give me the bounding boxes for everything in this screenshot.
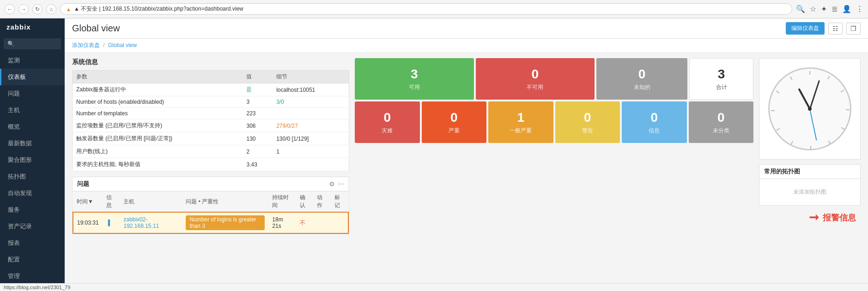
col-detail: 细节 — [273, 71, 349, 83]
table-row: 监控项数量 (已启用/已禁用/不支持)306279/0/27 — [73, 119, 349, 132]
status-grid-top: 3可用0不可用0未知的3合计 — [355, 58, 753, 100]
problems-section: 问题 ⚙ ⋯ 时间▼信息主机问题 • 严重性持续时间确认动作标记 19:03:3… — [72, 177, 349, 234]
status-cell-top-2[interactable]: 0未知的 — [596, 58, 687, 100]
status-url: https://blog.csdn.net/2301_79 — [4, 285, 70, 290]
sidebar-item-discovery[interactable]: 自动发现 — [0, 185, 65, 202]
content-area: 系统信息 参数 值 细节 Zabbix服务器运行中是localhost:1005… — [65, 53, 868, 240]
status-cell-bottom-0[interactable]: 0灾难 — [355, 101, 420, 143]
table-row: 用户数(线上)21 — [73, 145, 349, 158]
table-row: 要求的主机性能, 每秒新值3.43 — [73, 158, 349, 171]
status-cell-top-1[interactable]: 0不可用 — [476, 58, 595, 100]
star-icon[interactable]: ☆ — [810, 5, 816, 13]
main-content: Global view 编辑仪表盘 ☷ ❐ 添加仪表盘 / Global vie… — [65, 18, 868, 291]
list-view-button[interactable]: ☷ — [828, 23, 843, 35]
system-info-table: 参数 值 细节 Zabbix服务器运行中是localhost:10051Numb… — [72, 70, 349, 171]
problems-header-icons: ⚙ ⋯ — [329, 180, 344, 188]
breadcrumb-current[interactable]: Global view — [108, 42, 137, 48]
alert-annotation: ➞ 报警信息 — [759, 210, 861, 225]
sidebar-item-hosts[interactable]: 主机 — [0, 102, 65, 119]
fullscreen-button[interactable]: ❐ — [846, 23, 861, 35]
sidebar-item-overview[interactable]: 概览 — [0, 119, 65, 135]
forward-button[interactable]: → — [18, 4, 29, 14]
menu-icon[interactable]: ≣ — [832, 5, 838, 13]
sidebar-item-config[interactable]: 配置 — [0, 251, 65, 268]
top-bar: Global view 编辑仪表盘 ☷ ❐ — [65, 18, 868, 39]
col-param: 参数 — [73, 71, 243, 83]
page-title: Global view — [72, 23, 120, 34]
home-button[interactable]: ⌂ — [46, 4, 56, 14]
alert-annotation-container: ➞ 报警信息 — [759, 210, 861, 225]
edit-dashboard-button[interactable]: 编辑仪表盘 — [786, 22, 825, 35]
clock-container — [759, 58, 861, 160]
table-row: 触发器数量 (已启用/已禁用 [问题/正常])130130/0 [1/129] — [73, 132, 349, 145]
alert-text: 报警信息 — [823, 212, 856, 223]
sidebar-item-services[interactable]: 服务 — [0, 202, 65, 218]
topology-header: 常用的拓扑图 — [759, 165, 860, 179]
sidebar-item-reports[interactable]: 报表 — [0, 235, 65, 251]
more-options-icon[interactable]: ⋯ — [338, 180, 344, 188]
sidebar-item-dashboard[interactable]: 仪表板 — [0, 69, 65, 85]
topology-section: 常用的拓扑图 未添加拓扑图 — [759, 164, 861, 206]
status-grid: 3可用0不可用0未知的3合计 0灾难0严重1一般严重0警告0信息0未分类 — [355, 58, 753, 234]
sidebar-search[interactable]: 🔍 — [4, 38, 61, 49]
top-bar-actions: 编辑仪表盘 ☷ ❐ — [786, 22, 861, 35]
status-cell-top-0[interactable]: 3可用 — [355, 58, 474, 100]
problems-title: 问题 — [77, 180, 89, 188]
app-wrapper: zabbix 🔍 监测 仪表板 问题 主机 概览 最新数据 聚合图形 拓扑图 自… — [0, 18, 868, 291]
settings-icon[interactable]: ⚙ — [329, 180, 335, 188]
col-value: 值 — [243, 71, 273, 83]
system-info-title: 系统信息 — [72, 58, 349, 66]
left-panel: 系统信息 参数 值 细节 Zabbix服务器运行中是localhost:1005… — [72, 58, 349, 234]
clock-face — [768, 67, 851, 150]
hour-hand — [798, 88, 810, 109]
url-status-bar: https://blog.csdn.net/2301_79 — [0, 283, 868, 291]
browser-icons: 🔍 ☆ ✦ ≣ 👤 ⋮ — [796, 5, 863, 13]
profile-icon[interactable]: 👤 — [842, 5, 851, 13]
browser-bar: ← → ↻ ⌂ ▲ ▲ 不安全 | 192.168.15.10/zabbix/z… — [0, 0, 868, 18]
problem-row: 19:03:31▐zabbix02-192.168.15.11Number of… — [73, 212, 348, 233]
alert-arrow-symbol: ➞ — [809, 210, 819, 225]
problems-table: 时间▼信息主机问题 • 严重性持续时间确认动作标记 19:03:31▐zabbi… — [73, 191, 349, 234]
sidebar-item-topology[interactable]: 拓扑图 — [0, 168, 65, 185]
extension-icon[interactable]: ✦ — [821, 5, 827, 13]
status-grid-bottom: 0灾难0严重1一般严重0警告0信息0未分类 — [355, 101, 753, 143]
status-cell-top-3[interactable]: 3合计 — [689, 58, 753, 100]
sidebar-logo: zabbix — [0, 18, 65, 36]
lock-icon: ▲ — [66, 6, 71, 12]
sidebar-item-assets[interactable]: 资产记录 — [0, 218, 65, 235]
sidebar: zabbix 🔍 监测 仪表板 问题 主机 概览 最新数据 聚合图形 拓扑图 自… — [0, 18, 65, 291]
back-button[interactable]: ← — [5, 4, 15, 14]
status-cell-bottom-3[interactable]: 0警告 — [555, 101, 620, 143]
status-cell-bottom-5[interactable]: 0未分类 — [689, 101, 754, 143]
right-panel: 常用的拓扑图 未添加拓扑图 ➞ 报警信息 — [759, 58, 861, 234]
breadcrumb-parent[interactable]: 添加仪表盘 — [72, 42, 100, 48]
refresh-button[interactable]: ↻ — [32, 4, 42, 14]
status-cell-bottom-1[interactable]: 0严重 — [422, 101, 487, 143]
sidebar-item-monitor[interactable]: 监测 — [0, 52, 65, 69]
address-bar[interactable]: ▲ ▲ 不安全 | 192.168.15.10/zabbix/zabbix.ph… — [60, 3, 792, 15]
problems-header: 问题 ⚙ ⋯ — [73, 177, 349, 191]
topology-body: 未添加拓扑图 — [759, 179, 860, 205]
search-icon[interactable]: 🔍 — [796, 5, 805, 13]
minute-hand — [809, 80, 820, 109]
clock-center — [808, 107, 812, 111]
table-row: Number of templates223 — [73, 108, 349, 119]
status-cell-bottom-4[interactable]: 0信息 — [622, 101, 687, 143]
breadcrumb: 添加仪表盘 / Global view — [65, 39, 868, 53]
sidebar-item-latest[interactable]: 最新数据 — [0, 135, 65, 152]
url-text: ▲ 不安全 | 192.168.15.10/zabbix/zabbix.php?… — [74, 5, 243, 13]
sidebar-item-problems[interactable]: 问题 — [0, 85, 65, 102]
status-cell-bottom-2[interactable]: 1一般严重 — [488, 101, 553, 143]
table-row: Zabbix服务器运行中是localhost:10051 — [73, 83, 349, 96]
sidebar-item-graphs[interactable]: 聚合图形 — [0, 152, 65, 168]
second-hand — [809, 109, 817, 141]
table-row: Number of hosts (enabled/disabled)33/0 — [73, 96, 349, 108]
more-icon[interactable]: ⋮ — [856, 5, 863, 13]
sidebar-item-admin[interactable]: 管理 — [0, 268, 65, 285]
breadcrumb-separator: / — [103, 42, 104, 48]
